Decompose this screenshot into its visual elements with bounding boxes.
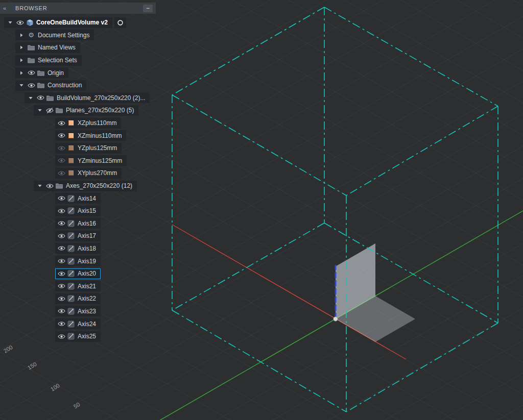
tree-item-chip[interactable]: Axes_270x250x220 (12): [34, 181, 137, 191]
tree-item-chip[interactable]: Axis24: [55, 318, 101, 329]
visibility-eye-icon[interactable]: [57, 207, 65, 215]
axis-icon: [67, 320, 75, 328]
tree-item-chip[interactable]: CoreOneBuildVolume v2: [4, 17, 112, 28]
plane-icon: [67, 119, 75, 127]
tree-item-selection-sets[interactable]: Selection Sets: [0, 54, 156, 67]
visibility-eye-icon[interactable]: [57, 219, 65, 228]
visibility-eye-icon[interactable]: [57, 194, 65, 203]
tree-item-axis20[interactable]: Axis20: [0, 267, 156, 280]
tree-item-construction[interactable]: Construction: [0, 79, 156, 92]
chevron-right-icon[interactable]: [17, 69, 26, 77]
folder-icon: [46, 94, 54, 102]
visibility-eye-icon[interactable]: [57, 132, 65, 140]
folder-icon: [27, 56, 35, 64]
collapse-panel-icon[interactable]: «: [3, 5, 11, 11]
tree-item-chip[interactable]: XZplus110mm: [55, 118, 121, 129]
tree-item-buildvolume-270x250x220-2[interactable]: BuildVolume_270x250x220 (2)...: [0, 92, 156, 105]
minimize-panel-button[interactable]: −: [143, 5, 153, 12]
chevron-down-icon[interactable]: [6, 18, 14, 27]
visibility-eye-icon[interactable]: [27, 81, 35, 89]
tree-item-chip[interactable]: Axis25: [55, 331, 101, 342]
tree-item-xzplus110mm[interactable]: XZplus110mm: [0, 117, 156, 130]
tree-item-chip[interactable]: YZminus125mm: [55, 155, 127, 166]
visibility-eye-icon[interactable]: [57, 320, 65, 328]
tree-item-planes-270x250x220-5[interactable]: Planes_270x250x220 (5): [0, 104, 156, 117]
chevron-down-icon[interactable]: [36, 182, 44, 190]
visibility-eye-icon[interactable]: [57, 232, 65, 240]
tree-item-chip[interactable]: Named Views: [15, 42, 80, 53]
tree-item-chip[interactable]: Axis18: [55, 243, 101, 254]
tree-item-label: Axis21: [78, 283, 96, 290]
tree-item-chip[interactable]: Selection Sets: [15, 55, 82, 66]
tree-item-xzminus110mm[interactable]: XZminus110mm: [0, 129, 156, 142]
tree-item-axis21[interactable]: Axis21: [0, 280, 156, 292]
tree-item-axis19[interactable]: Axis19: [0, 255, 156, 267]
tree-item-origin[interactable]: Origin: [0, 66, 156, 79]
visibility-eye-icon[interactable]: [45, 182, 54, 190]
tree-item-chip[interactable]: Axis14: [55, 193, 101, 204]
tree-item-axis24[interactable]: Axis24: [0, 317, 156, 330]
origin-point[interactable]: [334, 317, 338, 321]
chevron-right-icon[interactable]: [17, 31, 26, 39]
chevron-down-icon[interactable]: [36, 106, 44, 114]
visibility-eye-icon[interactable]: [57, 169, 65, 177]
visibility-eye-icon[interactable]: [57, 244, 65, 253]
visibility-eye-icon[interactable]: [57, 294, 65, 303]
tree-item-coreonebuildvolume-v2[interactable]: CoreOneBuildVolume v2: [0, 16, 156, 29]
tree-item-axis15[interactable]: Axis15: [0, 205, 156, 217]
tree-item-axis16[interactable]: Axis16: [0, 217, 156, 230]
tree-item-axis18[interactable]: Axis18: [0, 242, 156, 255]
origin-planes[interactable]: [336, 243, 415, 342]
tree-item-axis23[interactable]: Axis23: [0, 305, 156, 318]
tree-item-axis22[interactable]: Axis22: [0, 292, 156, 305]
tree-item-document-settings[interactable]: ⚙Document Settings: [0, 29, 156, 42]
tree-item-label: CoreOneBuildVolume v2: [36, 19, 108, 26]
tree-item-named-views[interactable]: Named Views: [0, 41, 156, 54]
visibility-eye-icon[interactable]: [57, 157, 65, 165]
chevron-right-icon[interactable]: [17, 43, 26, 52]
tree-item-chip[interactable]: Axis22: [55, 293, 101, 304]
visibility-eye-icon[interactable]: [57, 119, 65, 127]
tree-item-chip[interactable]: BuildVolume_270x250x220 (2)...: [25, 92, 150, 103]
tree-item-xyplus270mm[interactable]: XYplus270mm: [0, 167, 156, 180]
tree-item-chip[interactable]: Origin: [15, 67, 68, 78]
tree-item-label: Axis14: [78, 195, 96, 202]
tree-item-chip[interactable]: Axis16: [55, 218, 101, 229]
chevron-down-icon[interactable]: [27, 94, 35, 102]
visibility-eye-icon[interactable]: [57, 144, 65, 152]
tree-item-chip[interactable]: Axis21: [55, 281, 101, 291]
tree-item-yzplus125mm[interactable]: YZplus125mm: [0, 142, 156, 155]
tree-item-label: XZplus110mm: [78, 119, 116, 127]
chevron-down-icon[interactable]: [17, 81, 26, 89]
visibility-eye-icon[interactable]: [57, 257, 65, 265]
tree-item-chip[interactable]: Axis19: [55, 256, 101, 266]
tree-item-label: Axis16: [78, 220, 96, 227]
visibility-eye-icon[interactable]: [36, 94, 44, 102]
tree-item-chip[interactable]: Axis15: [55, 206, 101, 216]
tree-item-chip[interactable]: Planes_270x250x220 (5): [34, 105, 138, 116]
tree-item-chip[interactable]: Axis23: [55, 306, 101, 316]
chevron-right-icon[interactable]: [17, 56, 26, 64]
visibility-eye-icon[interactable]: [57, 332, 65, 340]
tree-item-label: Axis17: [78, 232, 96, 239]
tree-item-axis17[interactable]: Axis17: [0, 230, 156, 242]
tree-item-chip[interactable]: ⚙Document Settings: [15, 30, 94, 40]
browser-panel: « BROWSER − CoreOneBuildVolume v2⚙Docume…: [0, 3, 156, 342]
visibility-eye-icon[interactable]: [57, 307, 65, 315]
visibility-eye-icon[interactable]: [27, 69, 35, 77]
tree-item-axis25[interactable]: Axis25: [0, 330, 156, 343]
visibility-eye-icon[interactable]: [16, 18, 24, 27]
tree-item-yzminus125mm[interactable]: YZminus125mm: [0, 155, 156, 167]
visibility-eye-icon[interactable]: [57, 269, 65, 278]
tree-item-chip[interactable]: Axis20: [55, 268, 101, 279]
tree-item-chip[interactable]: XZminus110mm: [55, 130, 126, 141]
tree-item-chip[interactable]: Axis17: [55, 231, 101, 241]
visibility-eye-icon[interactable]: [57, 282, 65, 290]
visibility-eye-icon[interactable]: [45, 106, 54, 114]
active-component-radio[interactable]: [114, 17, 126, 28]
tree-item-chip[interactable]: YZplus125mm: [55, 143, 122, 154]
tree-item-chip[interactable]: Construction: [15, 80, 86, 91]
tree-item-chip[interactable]: XYplus270mm: [55, 168, 122, 179]
tree-item-axes-270x250x220-12[interactable]: Axes_270x250x220 (12): [0, 180, 156, 192]
tree-item-axis14[interactable]: Axis14: [0, 192, 156, 205]
